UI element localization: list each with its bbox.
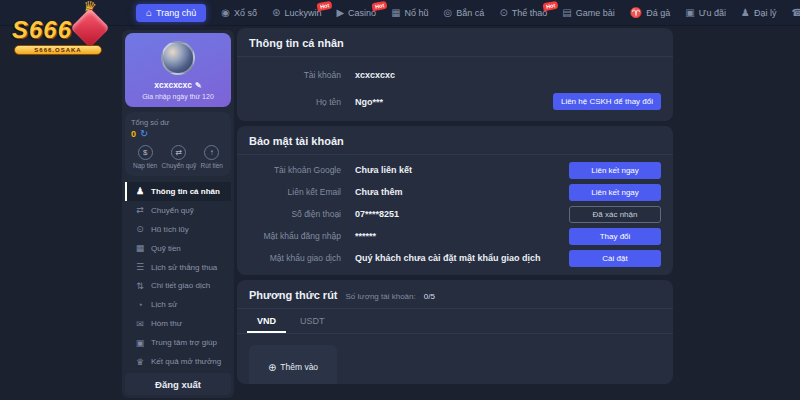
- nav-item-label: Xổ số: [234, 8, 257, 18]
- transfer-funds-icon: ⇄: [171, 145, 186, 160]
- home-icon: ⌂: [146, 8, 152, 18]
- gem-icon: [70, 8, 110, 48]
- login-password-row: Mật khẩu đăng nhập ****** Thay đổi: [237, 225, 673, 247]
- sidebar-item-chi-tiet-giao-dich[interactable]: ⇅ Chi tiết giao dịch: [125, 277, 231, 296]
- sidebar-item-thong-tin-ca-nhan[interactable]: ♟ Thông tin cá nhân: [125, 182, 231, 201]
- deposit-button[interactable]: $ Nạp tiền: [133, 145, 157, 169]
- nav-item-casino[interactable]: ▶ Casino Hot: [336, 8, 376, 18]
- nav-item-label: Nổ hũ: [405, 8, 429, 18]
- nav-item-label: Đại lý: [754, 8, 777, 18]
- sidebar-item-trung-tam-tro-giup[interactable]: ▣ Trung tâm trợ giúp: [125, 333, 231, 352]
- sidebar-item-label: Trung tâm trợ giúp: [151, 338, 217, 347]
- nav-item-the-thao[interactable]: ⊙ Thể thao Hot: [499, 8, 547, 18]
- jackpot-icon: ⊙: [135, 224, 145, 234]
- logout-button[interactable]: Đăng xuất: [125, 373, 231, 395]
- sidebar-item-hom-thu[interactable]: ✉ Hòm thư: [125, 314, 231, 333]
- nav-item-ho-tro[interactable]: ☎ Hỗ trợ: [791, 8, 800, 18]
- joined-days-label: Gia nhập ngày thứ 120: [142, 93, 214, 100]
- nav-item-label: Bắn cá: [456, 8, 484, 18]
- deposit-icon: $: [138, 145, 153, 160]
- sidebar-item-hu-tich-luy[interactable]: ⊙ Hũ tích lũy: [125, 220, 231, 239]
- promo-icon: ▣: [685, 8, 694, 18]
- currency-tabs: VND USDT: [237, 309, 673, 334]
- lottery-icon: ◉: [221, 8, 230, 18]
- google-label: Tài khoản Google: [249, 165, 341, 175]
- withdraw-button[interactable]: ↑ Rút tiền: [201, 145, 223, 169]
- personal-info-title: Thông tin cá nhân: [249, 37, 344, 49]
- mailbox-icon: ✉: [135, 319, 145, 329]
- sidebar-item-lich-su[interactable]: ◔ Lịch sử: [125, 295, 231, 314]
- cockfight-icon: ♈: [630, 8, 642, 18]
- fullname-label: Họ tên: [249, 97, 341, 107]
- cards-icon: ▤: [562, 8, 571, 18]
- transfer-funds-button[interactable]: ⇄ Chuyển quỹ: [162, 145, 197, 169]
- email-row: Liên kết Email Chưa thêm Liên kết ngay: [237, 181, 673, 203]
- nav-item-label: Trang chủ: [156, 8, 196, 18]
- google-value: Chưa liên kết: [355, 165, 412, 175]
- fullname-row: Họ tên Ngo*** Liên hệ CSKH để thay đổi: [237, 88, 673, 115]
- change-password-button[interactable]: Thay đổi: [569, 228, 661, 245]
- transaction-password-row: Mật khẩu giao dịch Quý khách chưa cài đặ…: [237, 247, 673, 269]
- sidebar-item-quy-tien[interactable]: ▦ Quỹ tiền: [125, 239, 231, 258]
- agent-icon: ♟: [741, 8, 750, 18]
- vault-icon: ▦: [135, 243, 145, 253]
- nav-item-uu-dai[interactable]: ▣ Ưu đãi: [685, 8, 726, 18]
- nav-item-label: Đá gà: [646, 8, 670, 18]
- transaction-password-label: Mật khẩu giao dịch: [249, 253, 341, 263]
- nav-item-label: Game bài: [576, 8, 615, 18]
- link-email-button[interactable]: Liên kết ngay: [569, 184, 661, 201]
- nav-item-game-bai[interactable]: ▤ Game bài: [562, 8, 614, 18]
- plus-circle-icon: ⊕: [268, 362, 276, 373]
- sidebar-item-label: Lịch sử: [151, 300, 177, 309]
- nav-item-luckywin[interactable]: ⊛ Luckywin Hot: [272, 8, 321, 18]
- sidebar-item-label: Thông tin cá nhân: [151, 187, 220, 196]
- set-transaction-password-button[interactable]: Cài đặt: [569, 250, 661, 267]
- link-google-button[interactable]: Liên kết ngay: [569, 162, 661, 179]
- phone-verified-button[interactable]: Đã xác nhận: [569, 206, 661, 223]
- nav-item-xo-so[interactable]: ◉ Xổ số: [221, 8, 257, 18]
- account-count-value: 0/5: [424, 292, 435, 301]
- account-value: xcxcxcxc: [355, 70, 395, 80]
- sidebar-item-ket-qua-mo-thuong[interactable]: ♛ Kết quả mở thưởng: [125, 352, 231, 371]
- nav-item-da-ga[interactable]: ♈ Đá gà: [630, 8, 671, 18]
- tab-usdt[interactable]: USDT: [290, 309, 335, 333]
- hot-badge: Hot: [543, 0, 559, 11]
- brand-logo[interactable]: ♛ S666 S666.OSAKA: [10, 1, 120, 58]
- sidebar-item-chuyen-quy[interactable]: ⇄ Chuyển quỹ: [125, 201, 231, 220]
- refresh-balance-icon[interactable]: ↻: [140, 129, 148, 139]
- add-withdraw-method-button[interactable]: ⊕ Thêm vào: [249, 345, 337, 384]
- personal-info-section: Thông tin cá nhân Tài khoản xcxcxcxc Họ …: [237, 28, 673, 121]
- withdraw-section: Phương thức rút Số lượng tài khoản: 0/5 …: [237, 280, 673, 384]
- sidebar-item-lich-su-thang-thua[interactable]: ☰ Lịch sử thắng thua: [125, 258, 231, 277]
- transaction-detail-icon: ⇅: [135, 281, 145, 291]
- user-icon: ♟: [135, 186, 145, 196]
- hot-badge: Hot: [317, 0, 333, 11]
- slots-icon: ▦: [391, 8, 400, 18]
- fishing-icon: ◎: [444, 8, 453, 18]
- edit-name-icon[interactable]: ✎: [195, 81, 202, 90]
- tab-vnd[interactable]: VND: [247, 309, 286, 333]
- nav-item-label: Luckywin: [284, 8, 321, 18]
- nav-item-dai-ly[interactable]: ♟ Đại lý: [741, 8, 776, 18]
- top-nav: ⌂ Trang chủ ◉ Xổ số ⊛ Luckywin Hot ▶ Cas…: [0, 0, 800, 26]
- login-password-label: Mật khẩu đăng nhập: [249, 231, 341, 241]
- phone-row: Số điện thoại 07****8251 Đã xác nhận: [237, 203, 673, 225]
- nav-item-trang-chu[interactable]: ⌂ Trang chủ: [136, 4, 206, 22]
- contact-cs-button[interactable]: Liên hệ CSKH để thay đổi: [553, 93, 661, 110]
- nav-item-no-hu[interactable]: ▦ Nổ hũ: [391, 8, 428, 18]
- username: xcxcxcxc: [154, 80, 192, 90]
- helpcenter-icon: ▣: [135, 338, 145, 348]
- casino-icon: ▶: [336, 8, 344, 18]
- nav-item-ban-ca[interactable]: ◎ Bắn cá: [444, 8, 485, 18]
- hot-badge: Hot: [371, 0, 387, 11]
- account-count-label: Số lượng tài khoản:: [346, 292, 416, 301]
- sidebar: xcxcxcxc ✎ Gia nhập ngày thứ 120 Tổng số…: [122, 30, 234, 398]
- support-icon: ☎: [791, 8, 800, 18]
- balance-label: Tổng số dư: [131, 118, 225, 127]
- transfer-icon: ⇄: [135, 205, 145, 215]
- fullname-value: Ngo***: [355, 97, 383, 107]
- add-withdraw-method-label: Thêm vào: [280, 362, 318, 372]
- transaction-password-value: Quý khách chưa cài đặt mật khẩu giao dịc…: [355, 253, 541, 263]
- withdraw-label: Rút tiền: [201, 162, 223, 169]
- sidebar-item-label: Quỹ tiền: [151, 244, 181, 253]
